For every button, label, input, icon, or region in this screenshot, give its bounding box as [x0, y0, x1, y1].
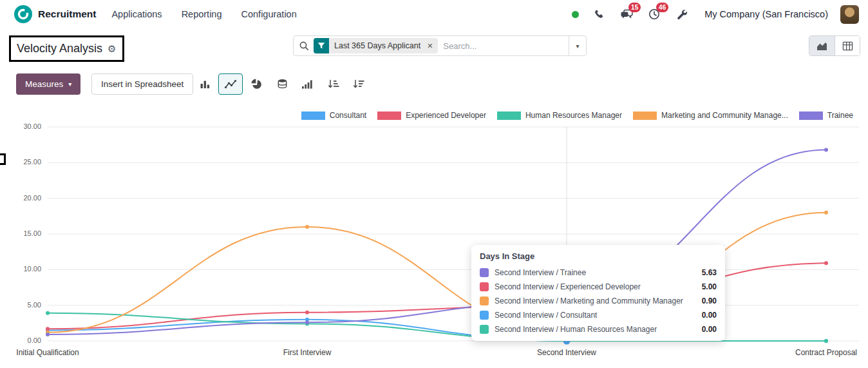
- pivot-table-icon: [842, 41, 854, 52]
- tooltip-label: Second Interview / Experienced Developer: [495, 282, 641, 291]
- data-point[interactable]: [305, 320, 309, 324]
- page-title: Velocity Analysis: [17, 42, 102, 55]
- company-switcher[interactable]: My Company (San Francisco): [704, 9, 828, 19]
- facet-remove-icon[interactable]: ✕: [426, 42, 438, 50]
- tooltip-swatch: [480, 268, 489, 277]
- gear-icon[interactable]: ⚙: [108, 43, 116, 55]
- pie-chart-button[interactable]: [244, 73, 269, 95]
- data-point[interactable]: [46, 333, 50, 336]
- app-logo-icon[interactable]: [14, 5, 32, 23]
- data-point[interactable]: [305, 225, 309, 229]
- facet-label: Last 365 Days Applicant: [329, 41, 426, 50]
- annotation-fragment: [0, 153, 6, 165]
- top-menus: ApplicationsReportingConfiguration: [111, 9, 296, 19]
- user-avatar[interactable]: [840, 5, 859, 24]
- data-point[interactable]: [46, 311, 50, 315]
- y-tick-label: 20.00: [0, 194, 41, 202]
- phone-icon[interactable]: [591, 6, 607, 22]
- topbar: Recruitment ApplicationsReportingConfigu…: [0, 0, 868, 28]
- insert-spreadsheet-button[interactable]: Insert in Spreadsheet: [91, 73, 193, 95]
- activities-badge: 46: [656, 3, 668, 12]
- menu-configuration[interactable]: Configuration: [241, 9, 297, 19]
- tooltip-label: Second Interview / Human Resources Manag…: [495, 325, 657, 334]
- data-point[interactable]: [824, 339, 828, 343]
- data-point[interactable]: [824, 148, 828, 151]
- x-tick-label: First Interview: [283, 348, 332, 357]
- messages-icon[interactable]: 15: [619, 6, 634, 22]
- sort-descending-icon: [352, 79, 364, 90]
- tooltip-value: 5.00: [694, 282, 717, 291]
- x-tick-label: Second Interview: [537, 348, 596, 357]
- area-chart-icon: [816, 41, 828, 52]
- filter-funnel-icon: [314, 38, 329, 53]
- line-chart-icon: [224, 79, 237, 90]
- tooltip-value: 0.90: [694, 296, 717, 305]
- chart-tooltip: Days In Stage Second Interview / Trainee…: [471, 245, 725, 341]
- bar-chart-button[interactable]: [193, 73, 217, 95]
- chevron-down-icon: ▾: [576, 43, 579, 50]
- chevron-down-icon: ▾: [68, 81, 71, 88]
- search-facet[interactable]: Last 365 Days Applicant ✕: [314, 38, 438, 53]
- tooltip-row: Second Interview / Trainee5.63: [471, 266, 725, 280]
- search-input[interactable]: [438, 41, 569, 51]
- y-tick-label: 30.00: [0, 122, 41, 130]
- y-tick-label: 10.00: [0, 265, 41, 273]
- tooltip-rows: Second Interview / Trainee5.63Second Int…: [471, 266, 725, 336]
- data-point[interactable]: [46, 327, 50, 331]
- insert-spreadsheet-label: Insert in Spreadsheet: [101, 79, 184, 89]
- annotation-box: Velocity Analysis ⚙: [9, 35, 124, 62]
- tooltip-title: Days In Stage: [471, 245, 725, 266]
- pie-chart-icon: [250, 78, 263, 90]
- topbar-right: 15 46 My Company (San Francisco): [572, 0, 868, 28]
- tooltip-row: Second Interview / Consultant0.00: [471, 308, 725, 322]
- view-switcher: [809, 35, 860, 56]
- messages-badge: 15: [628, 3, 641, 12]
- stacked-icon: [276, 78, 288, 90]
- velocity-line-chart[interactable]: [0, 103, 868, 349]
- tooltip-swatch: [480, 282, 489, 291]
- sort-descending-button[interactable]: [346, 73, 370, 95]
- search-icon: [299, 41, 310, 52]
- menu-applications[interactable]: Applications: [111, 9, 162, 19]
- measures-label: Measures: [25, 79, 63, 89]
- data-point[interactable]: [305, 311, 309, 315]
- sort-ascending-icon: [327, 79, 339, 90]
- graph-view-button[interactable]: [809, 36, 835, 55]
- chart-area: ConsultantExperienced DeveloperHuman Res…: [0, 103, 868, 368]
- search-bar: Last 365 Days Applicant ✕ ▾: [293, 35, 587, 56]
- search-dropdown-toggle[interactable]: ▾: [569, 36, 586, 55]
- tooltip-swatch: [480, 311, 489, 320]
- tooltip-swatch: [480, 296, 489, 305]
- data-point[interactable]: [824, 211, 828, 215]
- data-point[interactable]: [824, 261, 828, 265]
- tooltip-label: Second Interview / Marketing and Communi…: [495, 296, 683, 305]
- tools-wrench-icon[interactable]: [674, 6, 690, 22]
- tooltip-swatch: [480, 325, 489, 334]
- screen: Recruitment ApplicationsReportingConfigu…: [0, 0, 868, 368]
- tooltip-row: Second Interview / Experienced Developer…: [471, 280, 725, 294]
- tooltip-row: Second Interview / Human Resources Manag…: [471, 322, 725, 336]
- x-tick-label: Initial Qualification: [16, 348, 79, 357]
- tooltip-label: Second Interview / Consultant: [495, 311, 597, 320]
- tooltip-label: Second Interview / Trainee: [495, 268, 586, 277]
- tooltip-value: 0.00: [694, 325, 717, 334]
- tooltip-value: 0.00: [694, 311, 717, 320]
- measures-button[interactable]: Measures ▾: [16, 73, 80, 95]
- menu-reporting[interactable]: Reporting: [182, 9, 222, 19]
- y-tick-label: 25.00: [0, 158, 41, 166]
- x-tick-label: Contract Proposal: [795, 348, 857, 357]
- activities-clock-icon[interactable]: 46: [646, 6, 662, 22]
- stacked-toggle-button[interactable]: [270, 73, 294, 95]
- pivot-view-button[interactable]: [835, 36, 860, 55]
- y-tick-label: 15.00: [0, 229, 41, 237]
- tooltip-value: 5.63: [694, 268, 717, 277]
- y-tick-label: 5.00: [0, 301, 41, 309]
- cumulative-toggle-button[interactable]: [294, 73, 319, 95]
- line-chart-button[interactable]: [218, 73, 243, 95]
- tooltip-row: Second Interview / Marketing and Communi…: [471, 294, 725, 308]
- app-name[interactable]: Recruitment: [38, 8, 96, 20]
- online-status-icon: [572, 11, 579, 18]
- y-tick-label: 0.00: [0, 336, 41, 344]
- sort-ascending-button[interactable]: [321, 73, 345, 95]
- bar-chart-icon: [199, 79, 211, 90]
